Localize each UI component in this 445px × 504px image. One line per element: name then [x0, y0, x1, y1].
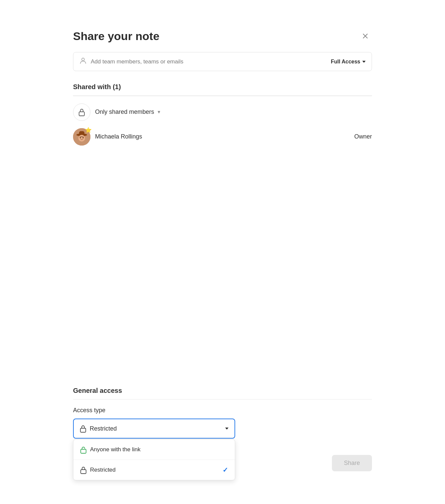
shared-with-section: Shared with (1) Only shared members ▼	[73, 83, 372, 151]
access-select-left: Restricted	[80, 425, 117, 433]
full-access-label: Full Access	[331, 59, 360, 65]
modal-title: Share your note	[73, 30, 159, 43]
check-icon: ✓	[222, 466, 228, 474]
general-access-divider	[73, 399, 372, 400]
access-select-wrapper: Restricted Anyone with the link	[73, 419, 235, 439]
invite-input[interactable]	[91, 58, 331, 65]
access-type-dropdown: Anyone with the link Restricted ✓	[73, 439, 235, 480]
svg-rect-10	[81, 470, 86, 474]
dropdown-item-restricted[interactable]: Restricted ✓	[73, 460, 235, 480]
shared-with-divider	[73, 95, 372, 96]
share-label: Share	[344, 460, 360, 466]
share-modal: Share your note Full Access Shared with …	[56, 13, 389, 487]
member-name: Michaela Rollings	[95, 133, 142, 140]
access-type-chevron-icon	[225, 428, 229, 430]
member-row: ⭐ Michaela Rollings Owner	[73, 128, 372, 146]
general-access-section: General access Access type Restricted	[73, 387, 372, 439]
svg-rect-8	[80, 428, 86, 432]
svg-point-5	[78, 135, 85, 142]
only-shared-members-label: Only shared members	[95, 108, 154, 115]
svg-rect-4	[79, 131, 84, 135]
svg-point-7	[83, 137, 84, 138]
invite-row: Full Access	[73, 52, 372, 71]
dropdown-item-anyone-left: Anyone with the link	[80, 446, 140, 454]
member-info: ⭐ Michaela Rollings	[73, 128, 142, 146]
dropdown-item-anyone-label: Anyone with the link	[90, 446, 140, 453]
full-access-chevron-icon	[362, 61, 366, 63]
general-access-title: General access	[73, 387, 372, 395]
svg-point-6	[80, 137, 81, 138]
access-type-label: Access type	[73, 407, 372, 414]
dropdown-item-restricted-left: Restricted	[80, 466, 116, 474]
shared-with-title: Shared with (1)	[73, 83, 372, 91]
member-role: Owner	[354, 133, 372, 140]
share-button[interactable]: Share	[332, 455, 372, 471]
person-icon	[79, 57, 87, 66]
svg-rect-9	[81, 449, 86, 453]
svg-rect-1	[79, 112, 84, 116]
svg-point-0	[82, 58, 84, 61]
visibility-chevron-icon: ▼	[157, 109, 161, 114]
access-type-selected-label: Restricted	[90, 425, 117, 432]
star-badge-icon: ⭐	[85, 127, 92, 133]
only-shared-members-button[interactable]: Only shared members ▼	[95, 108, 161, 115]
modal-header: Share your note	[73, 29, 372, 43]
dropdown-item-restricted-label: Restricted	[90, 467, 116, 473]
avatar: ⭐	[73, 128, 90, 146]
full-access-button[interactable]: Full Access	[331, 59, 366, 65]
close-button[interactable]	[359, 29, 372, 43]
lock-circle	[73, 103, 90, 121]
visibility-row: Only shared members ▼	[73, 103, 372, 121]
access-type-select-button[interactable]: Restricted	[73, 419, 235, 439]
dropdown-item-anyone[interactable]: Anyone with the link	[73, 440, 235, 460]
